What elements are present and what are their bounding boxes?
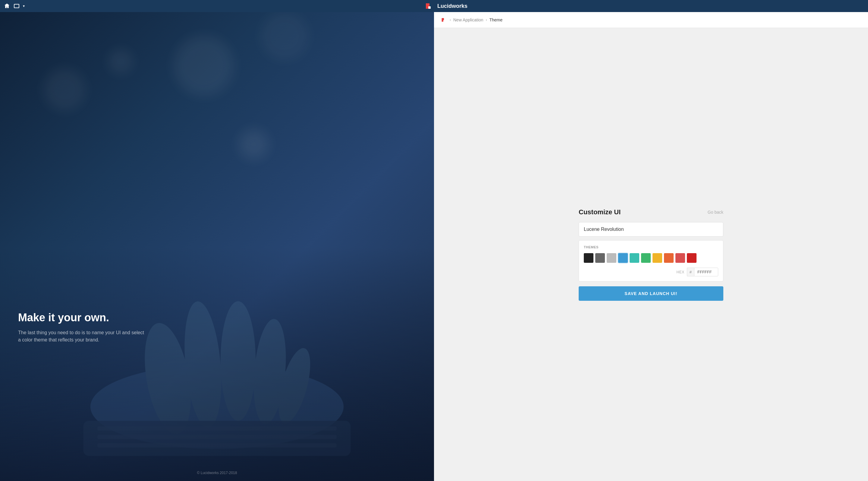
- svg-rect-13: [443, 20, 445, 22]
- hex-row: HEX #: [584, 268, 718, 276]
- left-panel-subtitle: The last thing you need to do is to name…: [18, 329, 145, 344]
- breadcrumb-sep-2: ›: [486, 18, 487, 22]
- breadcrumb-sep-1: ›: [450, 18, 451, 22]
- brand-name: Lucidworks: [437, 3, 467, 9]
- save-launch-button[interactable]: SAVE AND LAUNCH UI!: [579, 286, 723, 301]
- topbar: ▾ Lucidworks: [0, 0, 868, 12]
- left-panel: Make it your own. The last thing you nee…: [0, 12, 434, 481]
- color-swatch-teal[interactable]: [629, 253, 639, 263]
- dropdown-toggle[interactable]: ▾: [23, 4, 25, 8]
- color-swatches: [584, 253, 718, 263]
- breadcrumb-bar: › New Application › Theme: [434, 12, 868, 28]
- color-swatch-red[interactable]: [687, 253, 696, 263]
- topbar-brand: Lucidworks: [28, 2, 864, 10]
- color-swatch-yellow[interactable]: [652, 253, 662, 263]
- form-card: Customize UI Go back THEMES HEX # SAV: [579, 208, 723, 301]
- window-icon[interactable]: [14, 4, 19, 8]
- hex-hash: #: [687, 268, 694, 276]
- form-area: Customize UI Go back THEMES HEX # SAV: [434, 28, 868, 481]
- brand-logo: [425, 2, 435, 10]
- home-icon[interactable]: [4, 3, 10, 9]
- color-swatch-blue[interactable]: [618, 253, 628, 263]
- right-panel: › New Application › Theme Customize UI G…: [434, 12, 868, 481]
- ui-name-input[interactable]: [579, 222, 723, 236]
- main-area: Make it your own. The last thing you nee…: [0, 12, 868, 481]
- themes-label: THEMES: [584, 245, 718, 249]
- color-swatch-orange[interactable]: [664, 253, 674, 263]
- color-swatch-dark-gray[interactable]: [595, 253, 605, 263]
- svg-rect-1: [428, 6, 431, 9]
- hex-input[interactable]: [694, 268, 718, 276]
- go-back-link[interactable]: Go back: [708, 210, 723, 215]
- breadcrumb-logo[interactable]: [441, 17, 447, 23]
- color-swatch-light-red[interactable]: [675, 253, 685, 263]
- hex-label: HEX: [677, 270, 684, 274]
- color-swatch-black[interactable]: [584, 253, 593, 263]
- form-header: Customize UI Go back: [579, 208, 723, 216]
- copyright: © Lucidworks 2017-2018: [0, 471, 434, 475]
- breadcrumb-new-application[interactable]: New Application: [453, 18, 484, 22]
- form-title: Customize UI: [579, 208, 621, 216]
- left-panel-content: Make it your own. The last thing you nee…: [0, 12, 434, 481]
- left-panel-title: Make it your own.: [18, 311, 416, 324]
- themes-card: THEMES HEX #: [579, 240, 723, 282]
- color-swatch-green[interactable]: [641, 253, 651, 263]
- color-swatch-light-gray[interactable]: [607, 253, 616, 263]
- breadcrumb-current: Theme: [490, 18, 503, 22]
